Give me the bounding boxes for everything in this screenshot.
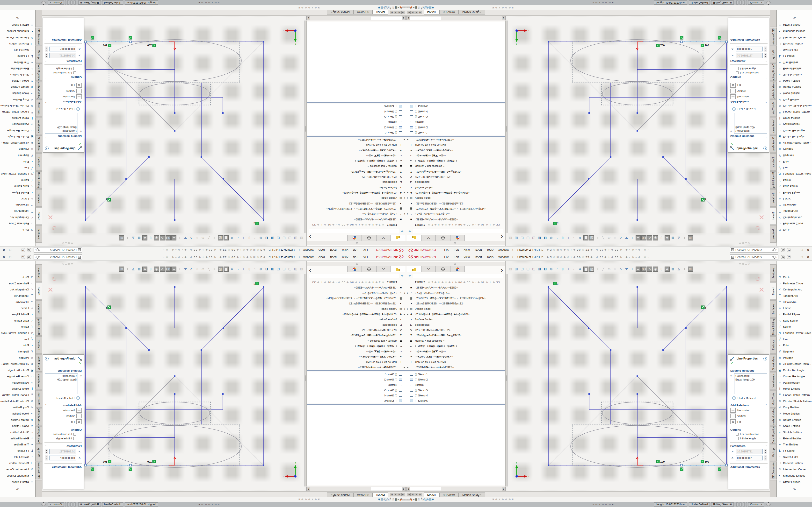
tree-row[interactable]: ▦ ○2Ѕ+3Ǝ2Ѕ○ ИМ◎◦+ЭƆ3ƎИ3Ǝ2Ѕ○ ◦○ 2Ѕ3ƎИ3ƎƆЭ… bbox=[307, 206, 406, 212]
tree-row[interactable]: ▶ ○2Ѕ3ƎИМА∪+○◦○+∪АИМ3Ǝ2Ѕ○ bbox=[406, 137, 505, 143]
cancel-sketch-icon[interactable]: ✕ bbox=[759, 286, 765, 294]
commandmanager-tab[interactable]: ⁚ bbox=[770, 10, 776, 27]
toolbar-icon[interactable]: ◉ bbox=[154, 267, 159, 272]
sketch-tool-item[interactable]: ‖ Mirror Entities bbox=[777, 386, 812, 392]
menu-item[interactable]: Tools bbox=[484, 255, 496, 260]
checkbox[interactable] bbox=[735, 71, 739, 74]
sketch-tool-item[interactable]: L Fit Spline bbox=[777, 53, 812, 59]
sketch-tool-item[interactable]: ⌒ Tangent Arc bbox=[777, 293, 812, 299]
sketch-tool-item[interactable]: ⊏ Offset Entities bbox=[0, 479, 35, 485]
add-relation-button[interactable]: | Vertical bbox=[45, 89, 82, 94]
toolbar-icon[interactable]: ≡ bbox=[212, 235, 217, 240]
toolbar-icon[interactable]: ◱ bbox=[282, 235, 287, 240]
tree-row[interactable]: TЯPDL2. ◎ Ǝ ◎ Ш ◎ ◎ ◎ + ◎ ЭС ◎ ƎƎ ◎ · ◎ … bbox=[307, 222, 406, 227]
menu-item[interactable]: Window bbox=[301, 248, 316, 252]
sketch-tool-item[interactable]: ▱ Parallelogram bbox=[777, 121, 812, 128]
add-relation-button[interactable]: ⚓ Fix bbox=[730, 83, 767, 88]
help-icon[interactable]: ? bbox=[21, 248, 25, 252]
relation-item[interactable]: Equal length109 bbox=[46, 378, 77, 382]
commandmanager-tab[interactable]: Surfaces bbox=[36, 300, 42, 318]
sketch-tree-row[interactable]: Sketch3 bbox=[406, 119, 505, 125]
add-relation-button[interactable]: — Horizontal bbox=[730, 95, 767, 99]
toolbar-icon[interactable]: Ψ bbox=[183, 267, 188, 272]
add-relation-button[interactable]: ⚓ Fix bbox=[730, 419, 767, 424]
tree-row[interactable]: ▶ A ○2ЅИМ◎◦+А+◎ИМА○◦○АИМ◎+А+◦◎ИМ2Ѕ○ bbox=[406, 312, 505, 317]
more-tools-icon[interactable]: ≫ bbox=[0, 16, 35, 19]
sketch-tree-row[interactable]: (-) Sketch6 bbox=[406, 398, 505, 403]
sketch-tool-item[interactable]: ↻ Rotate Entities bbox=[0, 84, 35, 91]
sketch-tool-item[interactable]: ⠛ Linear Sketch Pattern bbox=[0, 109, 35, 115]
add-relation-button[interactable]: — Horizontal bbox=[45, 95, 82, 99]
tree-row[interactable]: ▱ ○·◎+○Ж◉|○◦○|◉Ж○+◎·○ bbox=[406, 153, 505, 158]
toolbar-icon[interactable]: ◨ bbox=[270, 235, 275, 240]
collapse-icon[interactable]: ⌃ bbox=[765, 369, 767, 372]
tree-row[interactable]: ⊥ ○ИМ◦ɔe◦ɪ◎○◦○◎ɪ◦eɔ◦ИМ○ bbox=[406, 359, 505, 364]
scroll-left-button[interactable]: ◀ bbox=[402, 16, 406, 20]
display-tool-icon[interactable]: ✎ bbox=[410, 498, 413, 501]
toolbar-icon[interactable]: ◰ bbox=[287, 267, 292, 272]
filter-input[interactable] bbox=[413, 274, 503, 278]
parameters-header[interactable]: Parameters⌃ bbox=[45, 60, 82, 62]
sketch-tool-item[interactable]: ⌐ Stretch Entities bbox=[0, 72, 35, 78]
tree-row[interactable]: ▶ ◔ ○人ɪ◎+2Ѕ◦Ꞓ○◦○Ꞓ◦Ѕ2+◎ɪ人○ bbox=[307, 212, 406, 217]
sketch-tool-item[interactable]: ✂ Trim Entities bbox=[0, 442, 35, 448]
commandmanager-tab[interactable]: Surfaces bbox=[770, 300, 776, 318]
tree-row[interactable]: Σ ○2ЅИМ◎◦+А∪³3Ǝ○◦○3Ǝ³∪А+◦◎ИМ2Ѕ○ bbox=[307, 169, 406, 174]
commandmanager-tab[interactable]: Weldments bbox=[770, 117, 776, 135]
sketch-tool-item[interactable]: ▱ Parallelogram bbox=[0, 121, 35, 128]
rollback-bar[interactable] bbox=[406, 370, 505, 371]
collapse-icon[interactable]: ⌃ bbox=[765, 404, 767, 407]
toolbar-icon[interactable]: ▆ bbox=[583, 267, 589, 272]
tab-nav-button[interactable]: ▶ bbox=[415, 493, 418, 496]
sketch-tool-item[interactable]: ∿ Style Spline bbox=[777, 318, 812, 324]
toolbar-icon[interactable]: ▦ bbox=[137, 267, 142, 272]
scroll-left-button[interactable]: ◀ bbox=[406, 16, 410, 20]
display-tool-icon[interactable]: ╚ bbox=[420, 6, 422, 10]
help-icon[interactable]: ? bbox=[763, 357, 767, 360]
commandmanager-tab[interactable]: Sheet Metal bbox=[770, 354, 776, 372]
tab-featuremanager-tree[interactable] bbox=[407, 266, 421, 272]
expand-icon[interactable]: ⌄ bbox=[765, 39, 767, 42]
toolbar-icon[interactable]: ◰ bbox=[520, 235, 525, 240]
display-tool-icon[interactable]: ▤ bbox=[429, 498, 432, 501]
help-icon[interactable]: ? bbox=[21, 255, 25, 259]
display-tool-icon[interactable]: ◙ bbox=[404, 498, 406, 501]
collapse-icon[interactable]: ⌃ bbox=[45, 60, 47, 62]
checkbox[interactable] bbox=[73, 433, 77, 436]
sketch-tool-item[interactable]: ⇲ Scale Entities bbox=[0, 78, 35, 84]
user-account-icon[interactable] bbox=[27, 248, 31, 252]
expand-arrow-icon[interactable]: ▶ bbox=[406, 313, 409, 315]
commandmanager-tab[interactable]: Data Migration bbox=[36, 63, 42, 81]
tree-horizontal-scrollbar[interactable]: ◀ ▶ bbox=[306, 487, 406, 491]
tree-row[interactable]: ▱ ○+ИМ◎ɪ+○Ж◉|○◦○|◉Ж○+ɪ◎ИМ+○ bbox=[307, 343, 406, 349]
tree-row[interactable]: ☰ Material < not specified > bbox=[406, 338, 505, 343]
menu-item[interactable]: Tools bbox=[316, 248, 328, 252]
relations-listbox[interactable]: Collinear108Equal length109 bbox=[734, 374, 767, 394]
tree-row[interactable]: ✎ ○2Ѕ·∩Ж ɪАМ○◦○МАɪ Ж∩·Ѕ2○ bbox=[406, 327, 505, 333]
sketch-tool-item[interactable]: ⊛ Circular Sketch Pattern bbox=[777, 398, 812, 404]
sketch-tool-item[interactable]: ↗ Move Entities bbox=[777, 410, 812, 417]
option-checkbox-row[interactable]: Infinite length bbox=[735, 67, 767, 70]
toolbar-icon[interactable]: ⊥ bbox=[630, 267, 635, 272]
sketch-tool-item[interactable]: ◖ Partial Ellipse bbox=[777, 311, 812, 318]
sketch-tree-row[interactable]: (-) Sketch1 bbox=[406, 372, 505, 377]
toolbar-icon[interactable]: ⊞ bbox=[119, 235, 124, 240]
sketch-tool-item[interactable]: ▪ Point bbox=[777, 342, 812, 349]
display-tool-icon[interactable]: ▦ bbox=[414, 498, 417, 501]
tab-featuremanager-tree[interactable] bbox=[407, 235, 421, 241]
filter-input[interactable] bbox=[413, 229, 503, 233]
display-tool-icon[interactable]: ◙ bbox=[406, 498, 408, 501]
tree-row[interactable]: ⊡ Solid Bodies bbox=[307, 322, 406, 327]
commandmanager-tab[interactable]: Direct Editing bbox=[770, 318, 776, 336]
document-tab[interactable]: 3D Views bbox=[439, 9, 459, 14]
tree-row[interactable]: ▦ ○2Ѕ+3Ǝ2Ѕ○ ИМ◎◦+ЭƆ3ƎИ3Ǝ2Ѕ○ ◦○ 2Ѕ3ƎИ3ƎƆЭ… bbox=[307, 295, 406, 301]
toolbar-icon[interactable]: ▯ bbox=[560, 267, 565, 272]
close-button[interactable]: ✕ bbox=[1, 255, 7, 259]
toolbar-icon[interactable]: ◌ bbox=[195, 267, 200, 272]
menubar-icon-strip[interactable]: ◎ Ǝ ◎ Ш ◎ ◎ ◎ + ◎ ЭС ◎ ƎƎ ◎ · ◎ Ѕ2 ◎ ⊥ ◎… bbox=[547, 249, 682, 251]
menu-item[interactable]: Edit bbox=[351, 255, 361, 260]
resources-globe-icon[interactable] bbox=[767, 502, 770, 506]
tab-configurationmanager[interactable] bbox=[362, 266, 376, 272]
tree-row[interactable]: ▶ ▤ Design Binder bbox=[307, 306, 406, 312]
sketch-tool-item[interactable]: ⠛ Linear Sketch Pattern bbox=[777, 392, 812, 398]
